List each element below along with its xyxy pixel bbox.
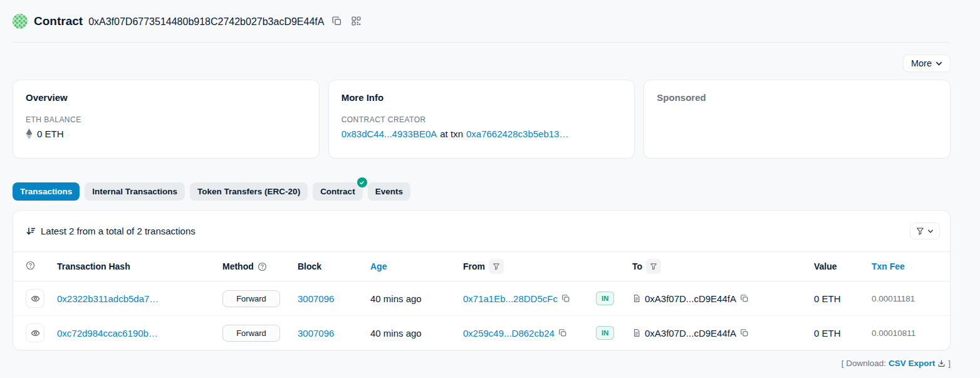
more-button-label: More [911, 58, 932, 68]
overview-card: Overview ETH BALANCE 0 ETH [13, 80, 320, 159]
txn-fee-text: 0.00011181 [867, 281, 950, 316]
eye-icon [31, 328, 40, 338]
qr-code-button[interactable] [350, 14, 363, 28]
col-to-label: To [632, 261, 642, 271]
col-direction [591, 252, 627, 281]
age-text: 40 mins ago [370, 328, 422, 339]
creator-address-link[interactable]: 0x83dC44...4933BE0A [341, 129, 437, 139]
col-from: From [458, 252, 591, 281]
value-text: 0 ETH [809, 281, 867, 316]
tab[interactable]: Internal Transactions [85, 182, 185, 201]
transactions-summary-text: Latest 2 from a total of 2 transactions [41, 226, 195, 236]
value-text: 0 ETH [809, 316, 867, 350]
from-filter-button[interactable] [489, 259, 504, 274]
filter-funnel-icon [916, 227, 924, 235]
tab[interactable]: Token Transfers (ERC-20) [190, 182, 308, 201]
eth-balance-value: 0 ETH [37, 129, 64, 139]
creation-txn-link[interactable]: 0xa7662428c3b5eb13… [466, 129, 568, 139]
copy-icon[interactable] [740, 294, 749, 303]
contract-creator-label: CONTRACT CREATOR [341, 115, 622, 124]
verified-check-icon [357, 177, 367, 187]
page-title: Contract 0xA3f07D6773514480b918C2742b027… [34, 14, 324, 28]
to-address: 0xA3f07D...cD9E44fA [645, 293, 736, 304]
age-text: 40 mins ago [370, 293, 422, 304]
summary-cards: Overview ETH BALANCE 0 ETH More Info CON… [13, 80, 951, 159]
sort-descending-icon [26, 226, 36, 236]
entity-type-label: Contract [34, 14, 83, 28]
more-button[interactable]: More [903, 55, 951, 72]
sponsored-card-title: Sponsored [657, 92, 937, 103]
tab[interactable]: Transactions [13, 182, 80, 201]
contract-page: Contract 0xA3f07D6773514480b918C2742b027… [0, 0, 980, 368]
qr-code-icon [351, 16, 362, 26]
table-header-row: Transaction Hash Method Block Age From [13, 252, 950, 281]
to-filter-button[interactable] [646, 259, 661, 274]
chevron-down-icon [936, 60, 942, 67]
table-filter-button[interactable] [910, 223, 940, 239]
contract-identicon [13, 14, 28, 29]
copy-icon[interactable] [561, 294, 570, 303]
chevron-down-icon [927, 228, 934, 234]
col-age: Age [365, 252, 458, 281]
download-icon [937, 359, 946, 367]
transactions-table: Transaction Hash Method Block Age From [13, 251, 950, 350]
tab-label: Token Transfers (ERC-20) [197, 187, 300, 196]
eth-balance-row: 0 ETH [26, 129, 306, 139]
more-info-card-title: More Info [341, 92, 622, 103]
at-txn-label: at txn [440, 129, 463, 139]
contract-document-icon [632, 328, 641, 337]
col-transaction-hash: Transaction Hash [52, 252, 217, 281]
from-address-link[interactable]: 0x71a1Eb...28DD5cFc [463, 293, 558, 304]
page-actions-row: More [13, 43, 951, 80]
content-tabs: Transactions Internal Transactions Token… [13, 182, 951, 201]
contract-document-icon [632, 294, 641, 303]
tab[interactable]: Contract [313, 182, 363, 201]
question-circle-icon[interactable] [26, 261, 35, 270]
method-badge[interactable]: Forward [222, 325, 280, 342]
col-to: To [627, 252, 809, 281]
overview-card-title: Overview [26, 92, 306, 103]
filter-funnel-icon [493, 263, 500, 270]
table-row: 0x2322b311adcb5da7… Forward 3007096 40 m… [13, 281, 950, 316]
page-header: Contract 0xA3f07D6773514480b918C2742b027… [13, 0, 951, 43]
contract-creator-line: 0x83dC44...4933BE0A at txn 0xa7662428c3b… [341, 129, 622, 139]
tx-preview-button[interactable] [26, 289, 44, 308]
tx-hash-link[interactable]: 0xc72d984ccac6190b… [57, 328, 158, 339]
block-link[interactable]: 3007096 [298, 328, 334, 339]
filter-funnel-icon [650, 263, 657, 270]
block-link[interactable]: 3007096 [298, 293, 334, 304]
txn-fee-sort-link[interactable]: Txn Fee [872, 261, 905, 271]
tab-label: Transactions [20, 187, 72, 196]
tx-preview-button[interactable] [26, 323, 44, 342]
method-badge[interactable]: Forward [222, 290, 280, 307]
table-toolbar: Latest 2 from a total of 2 transactions [13, 211, 950, 251]
to-address: 0xA3f07D...cD9E44fA [645, 328, 736, 339]
col-method: Method [217, 252, 293, 281]
tx-hash-link[interactable]: 0x2322b311adcb5da7… [57, 293, 159, 304]
download-suffix: ] [948, 359, 951, 368]
col-block: Block [293, 252, 365, 281]
copy-icon[interactable] [558, 328, 567, 337]
copy-icon [331, 16, 342, 26]
copy-address-button[interactable] [330, 14, 343, 28]
col-value: Value [809, 252, 867, 281]
tab-label: Events [375, 187, 403, 196]
contract-address: 0xA3f07D6773514480b918C2742b027b3acD9E44… [88, 16, 324, 28]
question-circle-icon[interactable] [258, 262, 267, 271]
age-sort-link[interactable]: Age [370, 261, 387, 271]
from-address-link[interactable]: 0x259c49...D862cb24 [463, 328, 555, 339]
transactions-panel: Latest 2 from a total of 2 transactions … [13, 210, 951, 350]
txn-fee-text: 0.00010811 [867, 316, 950, 350]
eth-icon [26, 129, 33, 139]
eth-balance-label: ETH BALANCE [26, 115, 306, 124]
copy-icon[interactable] [740, 328, 749, 337]
more-info-card: More Info CONTRACT CREATOR 0x83dC44...49… [328, 80, 635, 159]
tab[interactable]: Events [368, 182, 410, 201]
csv-export-link[interactable]: CSV Export [889, 359, 935, 368]
col-method-label: Method [222, 261, 254, 271]
tab-label: Contract [320, 187, 355, 196]
download-row: [ Download: CSV Export ] [13, 359, 951, 368]
direction-badge: IN [596, 291, 614, 305]
eye-icon [31, 294, 40, 303]
tab-label: Internal Transactions [92, 187, 177, 196]
